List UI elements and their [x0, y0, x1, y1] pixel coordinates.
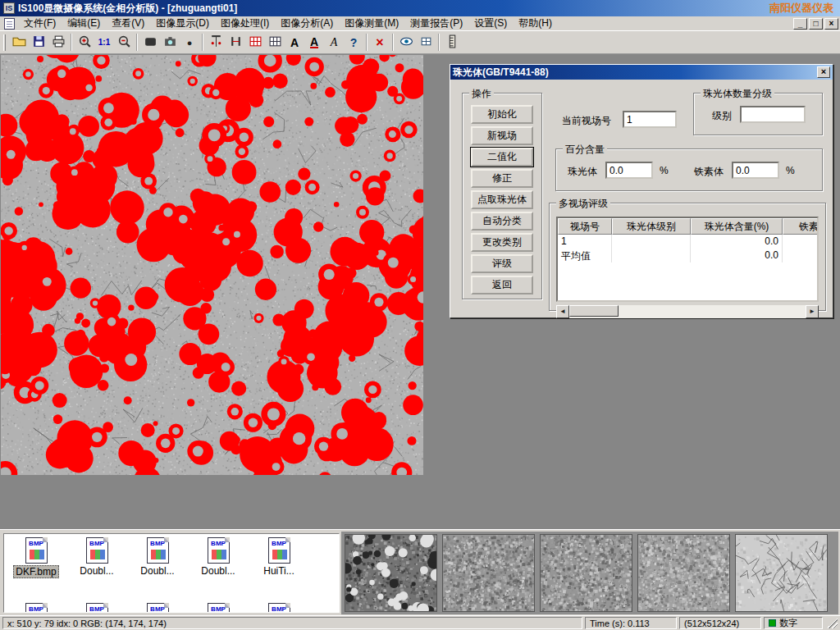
menu-item-view[interactable]: 查看(V) [106, 16, 150, 31]
status-indicator-icon [769, 619, 776, 627]
grid-small-button[interactable] [416, 33, 436, 52]
file-item-doubl-1[interactable]: BMP Doubl... [68, 537, 126, 577]
grade-button[interactable]: 评级 [471, 254, 533, 273]
actual-size-button[interactable]: 1:1 [94, 33, 114, 52]
pick-pearlite-button[interactable]: 点取珠光体 [471, 190, 533, 209]
current-field-input[interactable] [623, 111, 677, 128]
dialog-title-bar[interactable]: 珠光体(GB/T9441-88) × [450, 65, 833, 80]
file-list: BMP DKF.bmp BMP Doubl... BMP Doubl... BM… [3, 533, 340, 613]
menu-item-help[interactable]: 帮助(H) [513, 16, 558, 31]
new-field-button[interactable]: 新视场 [471, 126, 533, 145]
scrollbar-track[interactable] [569, 305, 806, 318]
auto-classify-button[interactable]: 自动分类 [471, 212, 533, 231]
resize-grip[interactable] [827, 618, 838, 628]
capture-button[interactable] [140, 33, 160, 52]
header-ferrite[interactable]: 铁素 [783, 218, 819, 235]
scroll-left-button[interactable]: ◄ [556, 305, 569, 318]
close-button[interactable]: × [824, 18, 838, 30]
return-button[interactable]: 返回 [471, 276, 533, 294]
print-button[interactable] [48, 33, 68, 52]
bmp-file-icon: BMP [147, 603, 169, 613]
menu-item-image-display[interactable]: 图像显示(D) [150, 16, 215, 31]
pearlite-percent-input[interactable] [605, 162, 653, 179]
menu-item-report[interactable]: 测量报告(P) [404, 16, 468, 31]
file-item-doubl-2[interactable]: BMP Doubl... [129, 537, 186, 577]
text-annotate-marked-button[interactable]: A [304, 33, 324, 52]
thumbnail-5[interactable] [735, 534, 828, 612]
header-pearlite-content[interactable]: 珠光体含量(%) [691, 218, 783, 235]
file-name: Doubl... [78, 565, 115, 577]
percent-group: 百分含量 珠光体 % 铁素体 % [555, 148, 823, 191]
delete-x-icon: × [376, 37, 383, 48]
table-row[interactable]: 1 0.0 [558, 235, 819, 249]
file-item-partial[interactable]: BMP [68, 603, 126, 613]
grade-input[interactable] [740, 106, 806, 123]
init-button[interactable]: 初始化 [471, 105, 533, 124]
correct-button[interactable]: 修正 [471, 169, 533, 188]
multi-field-group: 多视场评级 视场号 珠光体级别 珠光体含量(%) 铁素 1 0.0 [549, 203, 826, 311]
camera-button[interactable] [160, 33, 180, 52]
header-field-no[interactable]: 视场号 [558, 218, 612, 235]
thumbnail-4[interactable] [637, 534, 730, 612]
caliper-button[interactable] [206, 33, 226, 52]
pearlite-dialog: 珠光体(GB/T9441-88) × 操作 初始化 新视场 二值化 修正 点取珠… [450, 64, 833, 318]
help-button[interactable]: ? [344, 33, 363, 52]
bmp-file-icon: BMP [86, 603, 108, 613]
file-item-partial[interactable]: BMP [129, 603, 186, 613]
delete-button[interactable]: × [370, 33, 390, 52]
grade-group-label: 珠光体数量分级 [701, 87, 774, 101]
zoom-out-button[interactable] [114, 33, 134, 52]
measure-bars-button[interactable] [226, 33, 245, 52]
preview-button[interactable] [396, 33, 416, 52]
open-folder-icon [12, 34, 26, 51]
camera-icon [163, 34, 177, 51]
grid-red-button[interactable] [245, 33, 265, 52]
vendor-watermark: 南阳仪器仪表 [769, 1, 833, 16]
file-item-doubl-3[interactable]: BMP Doubl... [189, 537, 247, 577]
ruler-button[interactable] [442, 33, 462, 52]
open-button[interactable] [9, 33, 29, 52]
menu-item-image-measure[interactable]: 图像测量(M) [339, 16, 404, 31]
file-item-huiti[interactable]: BMP HuiTi... [250, 537, 308, 577]
thumbnail-2[interactable] [442, 534, 535, 612]
menu-item-image-analysis[interactable]: 图像分析(A) [275, 16, 339, 31]
file-item-dkf[interactable]: BMP DKF.bmp [7, 537, 65, 578]
record-button[interactable]: ● [180, 33, 199, 52]
document-icon[interactable] [4, 18, 15, 30]
text-a-marked-icon: A [310, 37, 318, 48]
file-item-partial[interactable]: BMP [189, 603, 247, 613]
table-horizontal-scrollbar: ◄ ► [556, 305, 819, 318]
file-item-partial[interactable]: BMP [7, 603, 65, 613]
restore-button[interactable]: □ [809, 18, 823, 30]
ruler-icon [445, 34, 459, 51]
save-button[interactable] [29, 33, 48, 52]
menu-item-settings[interactable]: 设置(S) [468, 16, 513, 31]
file-item-partial[interactable]: BMP [250, 603, 308, 613]
ferrite-percent-input[interactable] [732, 162, 779, 179]
menu-item-edit[interactable]: 编辑(E) [62, 16, 106, 31]
text-annotate-button[interactable]: A [285, 33, 304, 52]
multi-field-group-label: 多视场评级 [556, 197, 610, 211]
thumbnail-3[interactable] [540, 534, 632, 612]
dialog-close-button[interactable]: × [817, 66, 830, 78]
floppy-disk-icon [32, 34, 46, 51]
change-class-button[interactable]: 更改类别 [471, 233, 533, 252]
application-window: { "window": { "title": "IS100显微摄像系统(金相分析… [0, 0, 840, 630]
grid-dark-button[interactable] [265, 33, 285, 52]
table-row[interactable]: 平均值 0.0 [558, 249, 819, 262]
file-name: Doubl... [199, 565, 236, 577]
scrollbar-thumb[interactable] [569, 305, 619, 317]
binarize-button[interactable]: 二值化 [471, 148, 533, 167]
menu-item-file[interactable]: 文件(F) [18, 16, 62, 31]
thumbnail-1[interactable] [345, 534, 437, 612]
menu-item-image-process[interactable]: 图像处理(I) [215, 16, 275, 31]
toolbar: 1:1 ● A A A ? × [0, 31, 840, 54]
minimize-button[interactable]: _ [793, 18, 807, 30]
metallographic-image[interactable] [1, 55, 423, 475]
zoom-in-button[interactable] [75, 33, 94, 52]
scroll-right-button[interactable]: ► [806, 305, 819, 318]
header-pearlite-grade[interactable]: 珠光体级别 [612, 218, 691, 235]
window-title: IS100显微摄像系统(金相分析版) - [zhuguangti01] [18, 2, 769, 16]
toolbar-grip[interactable] [3, 34, 6, 51]
text-annotate-script-button[interactable]: A [324, 33, 344, 52]
